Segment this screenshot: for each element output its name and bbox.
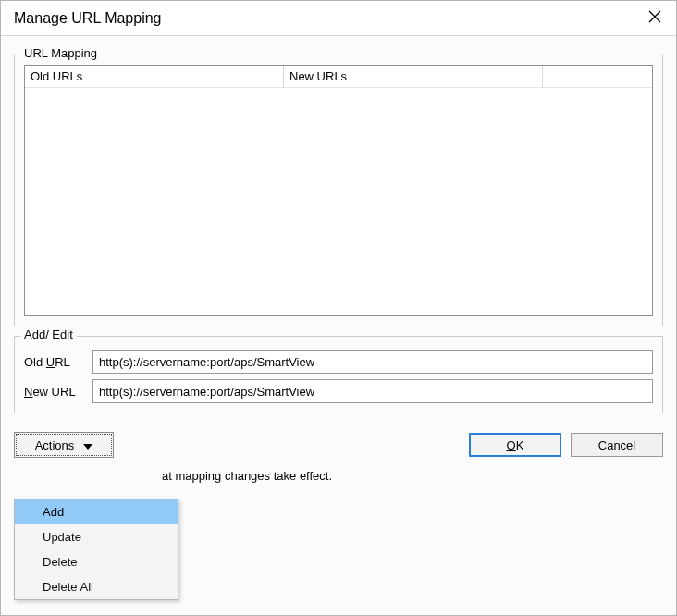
close-icon [648, 10, 661, 26]
ok-button[interactable]: OK [469, 433, 561, 457]
url-mapping-legend: URL Mapping [20, 46, 101, 60]
actions-button[interactable]: Actions [14, 432, 114, 458]
column-new-urls[interactable]: New URLs [284, 66, 543, 88]
column-spacer [543, 66, 652, 88]
svg-marker-2 [83, 444, 92, 450]
new-url-row: New URL [24, 379, 653, 403]
ok-button-label: OK [507, 438, 524, 452]
close-button[interactable] [634, 1, 676, 36]
actions-button-label: Actions [35, 438, 75, 452]
actions-menu: AddUpdateDeleteDelete All [14, 499, 178, 600]
actions-menu-item-delete[interactable]: Delete [15, 549, 178, 574]
button-row: Actions OK Cancel [14, 432, 663, 458]
actions-menu-item-update[interactable]: Update [15, 524, 178, 549]
actions-menu-item-add[interactable]: Add [15, 499, 178, 524]
dialog-body: URL Mapping Old URLs New URLs Add/ Edit … [1, 36, 676, 496]
manage-url-mapping-dialog: Manage URL Mapping URL Mapping Old URLs … [0, 0, 677, 616]
old-url-label: Old URL [24, 355, 92, 369]
url-mapping-header-row: Old URLs New URLs [25, 66, 652, 88]
url-mapping-list[interactable]: Old URLs New URLs [24, 65, 653, 316]
old-url-row: Old URL [24, 350, 653, 374]
new-url-input[interactable] [92, 379, 653, 403]
old-url-input[interactable] [92, 350, 653, 374]
cancel-button[interactable]: Cancel [571, 433, 663, 457]
cancel-button-label: Cancel [598, 438, 635, 452]
actions-menu-item-delete-all[interactable]: Delete All [15, 574, 178, 599]
column-old-urls[interactable]: Old URLs [25, 66, 284, 88]
add-edit-legend: Add/ Edit [20, 327, 77, 341]
titlebar: Manage URL Mapping [1, 1, 676, 36]
new-url-label: New URL [24, 385, 92, 399]
add-edit-group: Add/ Edit Old URL New URL [14, 336, 663, 413]
url-mapping-group: URL Mapping Old URLs New URLs [14, 55, 663, 326]
chevron-down-icon [83, 438, 92, 452]
restart-note: at mapping changes take effect. [14, 469, 663, 483]
dialog-title: Manage URL Mapping [14, 10, 162, 27]
